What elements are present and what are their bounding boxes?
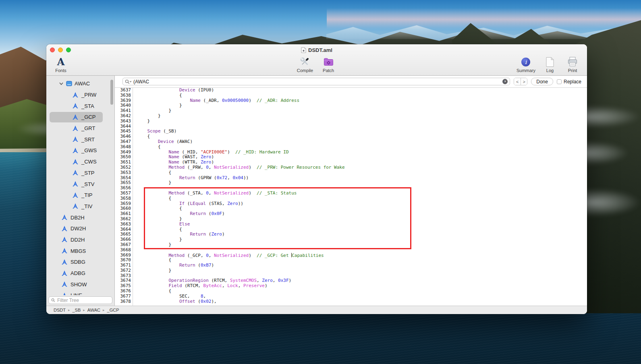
- code-line-3675[interactable]: Field (RTCM, ByteAcc, Lock, Preserve): [137, 283, 587, 289]
- tree-item-_GCP[interactable]: _GCP: [46, 112, 114, 123]
- replace-checkbox[interactable]: [557, 79, 562, 84]
- filter-tree-field[interactable]: [48, 296, 112, 304]
- tree-item-_STP[interactable]: _STP: [46, 168, 114, 179]
- log-button[interactable]: Log: [542, 56, 558, 73]
- code-line-3647[interactable]: Device (AWAC): [137, 139, 587, 145]
- code-line-3655[interactable]: }: [137, 180, 587, 186]
- method-icon: [72, 136, 79, 143]
- filter-tree-input[interactable]: [57, 298, 110, 303]
- tree-item-AWAC[interactable]: AWAC: [46, 78, 114, 89]
- code-line-3654[interactable]: Return (GPRW (0x72, 0x04)): [137, 176, 587, 181]
- tree-item-DD2H[interactable]: DD2H: [46, 234, 114, 246]
- code-line-3646[interactable]: {: [137, 134, 587, 139]
- clear-search-icon[interactable]: ×: [502, 79, 508, 84]
- tree-item-_STV[interactable]: _STV: [46, 178, 114, 190]
- code-line-3672[interactable]: }: [137, 268, 587, 273]
- code-line-3667[interactable]: }: [137, 242, 587, 248]
- code-line-3639[interactable]: Name (_ADR, 0x00050000) // _ADR: Address: [137, 98, 587, 103]
- tree-item-_PRW[interactable]: _PRW: [46, 89, 114, 101]
- tree-item-DW2H[interactable]: DW2H: [46, 223, 114, 234]
- line-number: 3643: [115, 119, 133, 124]
- find-next-button[interactable]: >: [521, 78, 527, 85]
- code-line-3659[interactable]: If (LEqual (STAS, Zero)): [137, 201, 587, 207]
- line-number: 3677: [115, 294, 133, 299]
- tree-item-_SRT[interactable]: _SRT: [46, 134, 114, 145]
- method-icon: [72, 181, 79, 187]
- replace-option[interactable]: Replace: [557, 79, 581, 85]
- fonts-button[interactable]: A Fonts: [53, 56, 69, 73]
- code-editor[interactable]: 3637363836393640364136423643364436453646…: [115, 88, 587, 306]
- print-label: Print: [568, 68, 577, 73]
- tree-item-label: DB2H: [71, 215, 85, 221]
- tree-item-_GRT[interactable]: _GRT: [46, 123, 114, 134]
- search-icon: [51, 298, 55, 302]
- line-number: 3676: [115, 289, 133, 294]
- tree-item-_GWS[interactable]: _GWS: [46, 145, 114, 156]
- tree-item-label: LINE: [71, 292, 82, 295]
- breadcrumb-separator-icon: ▸: [83, 308, 85, 312]
- find-previous-button[interactable]: <: [514, 78, 521, 85]
- search-field[interactable]: ×: [122, 78, 510, 85]
- code-line-3643[interactable]: }: [137, 119, 587, 124]
- method-icon: [61, 292, 68, 295]
- code-lines[interactable]: Device (IPU0) { Name (_ADR, 0x00050000) …: [133, 88, 587, 306]
- code-line-3671[interactable]: Return (0xB7): [137, 263, 587, 268]
- line-number: 3637: [115, 88, 133, 93]
- code-line-3644[interactable]: [137, 124, 587, 129]
- breadcrumb-separator-icon: ▸: [103, 308, 105, 312]
- code-line-3645[interactable]: Scope (_SB): [137, 129, 587, 134]
- sidebar-scrollbar[interactable]: [110, 80, 113, 105]
- code-line-3678[interactable]: Offset (0x02),: [137, 299, 587, 304]
- code-line-3666[interactable]: }: [137, 237, 587, 242]
- tree-item-LINE[interactable]: LINE: [46, 290, 114, 295]
- chevron-down-icon[interactable]: [59, 81, 64, 86]
- tree-item-SHOW[interactable]: SHOW: [46, 279, 114, 290]
- patch-icon: [324, 58, 334, 66]
- code-line-3665[interactable]: Return (Zero): [137, 232, 587, 237]
- code-line-3668[interactable]: [137, 248, 587, 253]
- search-icon[interactable]: [125, 79, 132, 84]
- tree-item-DB2H[interactable]: DB2H: [46, 212, 114, 223]
- tree-item-_STA[interactable]: _STA: [46, 100, 114, 112]
- document-icon: [301, 47, 306, 53]
- breadcrumb-item-_SB[interactable]: _SB: [72, 308, 81, 312]
- code-line-3657[interactable]: Method (_STA, 0, NotSerialized) // _STA:…: [137, 191, 587, 196]
- code-line-3640[interactable]: }: [137, 103, 587, 108]
- tree-item-SDBG[interactable]: SDBG: [46, 256, 114, 268]
- line-number: 3671: [115, 263, 133, 268]
- method-icon: [61, 225, 68, 232]
- search-input[interactable]: [133, 79, 501, 85]
- done-button[interactable]: Done: [531, 78, 553, 85]
- replace-label: Replace: [564, 79, 581, 85]
- tree-item-label: _STV: [81, 181, 95, 187]
- method-icon: [72, 203, 79, 209]
- code-line-3662[interactable]: }: [137, 217, 587, 222]
- print-button[interactable]: Print: [564, 56, 581, 73]
- tree-item-_TIP[interactable]: _TIP: [46, 190, 114, 201]
- code-line-3661[interactable]: Return (0x0F): [137, 211, 587, 217]
- code-line-3641[interactable]: }: [137, 108, 587, 114]
- code-line-3637[interactable]: Device (IPU0): [137, 88, 587, 93]
- breadcrumb-item-AWAC[interactable]: AWAC: [87, 308, 100, 312]
- line-number: 3638: [115, 93, 133, 98]
- titlebar[interactable]: DSDT.aml: [46, 44, 587, 56]
- code-line-3652[interactable]: Method (_PRW, 0, NotSerialized) // _PRW:…: [137, 165, 587, 170]
- breadcrumb-item-DSDT[interactable]: DSDT: [54, 308, 66, 312]
- window-header: DSDT.aml A Fonts: [46, 44, 587, 76]
- code-line-3642[interactable]: }: [137, 114, 587, 119]
- compile-icon: [299, 56, 310, 67]
- tree-item-ADBG[interactable]: ADBG: [46, 268, 114, 279]
- line-number: 3647: [115, 139, 133, 145]
- code-line-3669[interactable]: Method (_GCP, 0, NotSerialized) // _GCP:…: [137, 253, 587, 258]
- breadcrumb-item-_GCP[interactable]: _GCP: [107, 308, 119, 312]
- compile-button[interactable]: Compile: [297, 56, 313, 73]
- code-line-3663[interactable]: Else: [137, 222, 587, 227]
- tree-item-MBGS[interactable]: MBGS: [46, 245, 114, 256]
- summary-button[interactable]: i Summary: [517, 56, 535, 73]
- line-number: 3657: [115, 191, 133, 196]
- tree-item-label: ADBG: [71, 270, 85, 276]
- tree-item-_CWS[interactable]: _CWS: [46, 156, 114, 168]
- line-number: 3658: [115, 196, 133, 201]
- tree-item-_TIV[interactable]: _TIV: [46, 201, 114, 212]
- patch-button[interactable]: Patch: [320, 56, 336, 73]
